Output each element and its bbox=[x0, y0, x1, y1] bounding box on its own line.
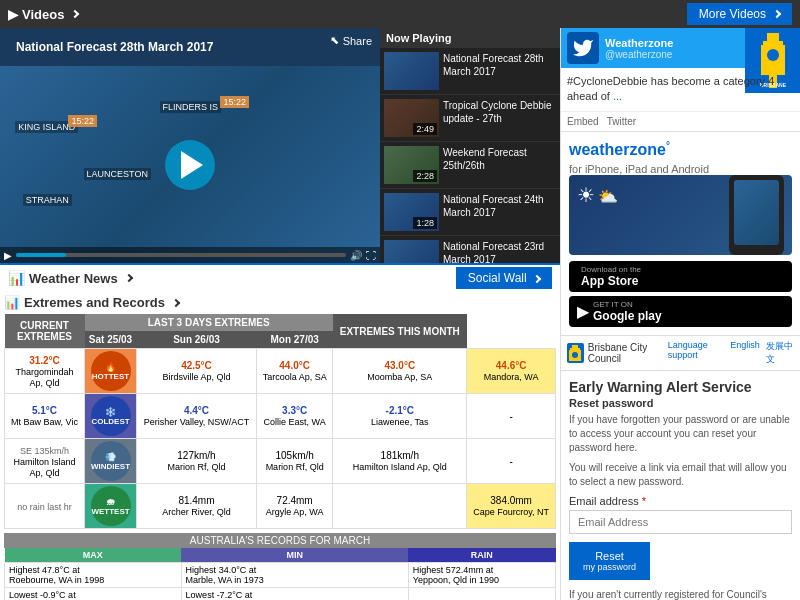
tweet-more[interactable]: ... bbox=[613, 90, 622, 102]
hottest-label: HOTTEST bbox=[92, 372, 129, 381]
wz-degree: ° bbox=[666, 140, 670, 151]
play-button[interactable] bbox=[165, 140, 215, 190]
this-month-header: EXTREMES THIS MONTH bbox=[333, 314, 467, 349]
coldest-mon: -2.1°C Liawenee, Tas bbox=[333, 394, 467, 439]
bcc-logo-icon bbox=[567, 343, 584, 363]
bcc-reset-title: Reset password bbox=[569, 397, 792, 409]
twitter-panel: Weatherzone @weatherzone BRISBA bbox=[561, 28, 800, 132]
sun-icon: ☀ bbox=[577, 184, 595, 206]
playlist-thumb-3: 2:28 bbox=[384, 146, 439, 184]
app-store-button[interactable]: Download on the App Store bbox=[569, 261, 792, 292]
windiest-sun-temp: 105km/h bbox=[275, 450, 313, 461]
share-button[interactable]: ⬉ Share bbox=[330, 34, 372, 47]
windiest-month: - bbox=[467, 439, 556, 484]
bcc-email-label: Email address * bbox=[569, 495, 792, 507]
embed-button[interactable]: Embed bbox=[567, 116, 599, 127]
svg-rect-7 bbox=[572, 345, 578, 348]
bcc-email-input[interactable] bbox=[569, 510, 792, 534]
playlist-info-5: National Forecast 23rd March 2017 bbox=[443, 240, 556, 263]
playlist-duration-3: 2:28 bbox=[413, 170, 437, 182]
playlist-title-1: National Forecast 28th March 2017 bbox=[443, 52, 556, 78]
lang-support-label: Language support bbox=[668, 340, 725, 366]
social-wall-button[interactable]: Social Wall bbox=[456, 267, 552, 289]
twitter-name: Weatherzone bbox=[605, 37, 673, 49]
wettest-sat-loc: Archer River, Qld bbox=[162, 507, 231, 517]
progress-bar[interactable] bbox=[16, 253, 346, 257]
windiest-sat-loc: Marion Rf, Qld bbox=[167, 462, 225, 472]
wettest-sun: 72.4mm Argyle Ap, WA bbox=[256, 484, 332, 529]
playlist-item-3[interactable]: 2:28 Weekend Forecast 25th/26th bbox=[380, 142, 560, 189]
bcc-logo: Brisbane City Council bbox=[567, 342, 668, 364]
weather-news-nav[interactable]: 📊 Weather News bbox=[8, 270, 132, 286]
min-lowest: Lowest -7.2°C at bbox=[186, 590, 404, 600]
flame-icon: 🔥 bbox=[105, 362, 116, 372]
wz-weather-icons: ☀ ⛅ bbox=[577, 183, 618, 207]
video-title: National Forecast 28th March 2017 bbox=[8, 34, 221, 60]
wettest-month-loc: Cape Fourcroy, NT bbox=[473, 507, 549, 517]
playlist-thumb-5: 1:25 bbox=[384, 240, 439, 263]
playlist-item-2[interactable]: 2:49 Tropical Cyclone Debbie update - 27… bbox=[380, 95, 560, 142]
svg-point-3 bbox=[767, 49, 779, 61]
google-play-button[interactable]: ▶ GET IT ON Google play bbox=[569, 296, 792, 327]
windiest-current-temp: SE 135km/h bbox=[20, 446, 69, 456]
playlist-item-5[interactable]: 1:25 National Forecast 23rd March 2017 bbox=[380, 236, 560, 263]
fullscreen-icon[interactable]: ⛶ bbox=[366, 250, 376, 261]
hottest-month: 44.6°C Mandora, WA bbox=[467, 349, 556, 394]
more-videos-button[interactable]: More Videos bbox=[687, 3, 792, 25]
coldest-sun-loc: Collie East, WA bbox=[264, 417, 326, 427]
wettest-current: no rain last hr bbox=[5, 484, 85, 529]
coldest-badge-cell: ❄️ COLDEST bbox=[85, 394, 137, 439]
google-play-text: GET IT ON Google play bbox=[593, 300, 662, 323]
wettest-month: 384.0mm Cape Fourcroy, NT bbox=[467, 484, 556, 529]
wettest-sun-temp: 72.4mm bbox=[277, 495, 313, 506]
coldest-label: COLDEST bbox=[91, 417, 129, 426]
bcc-email-label-text: Email address bbox=[569, 495, 639, 507]
hottest-sat-loc: Birdsville Ap, Qld bbox=[162, 372, 230, 382]
playlist-item-1[interactable]: National Forecast 28th March 2017 bbox=[380, 48, 560, 95]
rain-highest: Highest 572.4mm at bbox=[413, 565, 551, 575]
twitter-header: Weatherzone @weatherzone BRISBA bbox=[561, 28, 800, 68]
twitter-link[interactable]: Twitter bbox=[607, 116, 636, 127]
weather-news-label: Weather News bbox=[29, 271, 118, 286]
windiest-month-value: - bbox=[509, 456, 512, 467]
hottest-mon-loc: Moomba Ap, SA bbox=[367, 372, 432, 382]
records-row-2: Lowest -0.9°C at Mt Wellington, Tas in 1… bbox=[5, 588, 556, 601]
bcc-reset-button[interactable]: Reset my password bbox=[569, 542, 650, 580]
lang-chinese[interactable]: 发展中文 bbox=[766, 340, 794, 366]
coldest-current-temp: 5.1°C bbox=[32, 405, 57, 416]
weatherzone-app-panel: weatherzone° for iPhone, iPad and Androi… bbox=[561, 132, 800, 336]
playlist-thumb-img-5 bbox=[384, 240, 439, 263]
app-store-label: App Store bbox=[581, 274, 641, 288]
wz-logo-row: weatherzone° bbox=[569, 140, 792, 159]
wz-image-area: ☀ ⛅ bbox=[569, 175, 792, 255]
video-player[interactable]: National Forecast 28th March 2017 ⬉ Shar… bbox=[0, 28, 380, 263]
coldest-sat-temp: 4.4°C bbox=[184, 405, 209, 416]
bcc-required-marker: * bbox=[642, 495, 646, 507]
playlist-item-4[interactable]: 1:28 National Forecast 24th March 2017 bbox=[380, 189, 560, 236]
top-bar: ▶ Videos More Videos bbox=[0, 0, 800, 28]
video-map: KING ISLAND FLINDERS IS LAUNCESTON STRAH… bbox=[0, 66, 380, 263]
svg-rect-0 bbox=[767, 33, 779, 41]
play-icon-small[interactable]: ▶ bbox=[4, 250, 12, 261]
coldest-current-loc: Mt Baw Baw, Vic bbox=[11, 417, 78, 427]
playlist-title-3: Weekend Forecast 25th/26th bbox=[443, 146, 556, 172]
more-videos-label: More Videos bbox=[699, 7, 766, 21]
more-videos-chevron-icon bbox=[773, 10, 781, 18]
app-store-text: Download on the App Store bbox=[581, 265, 641, 288]
weather-news-bar: 📊 Weather News Social Wall bbox=[0, 263, 560, 291]
twitter-name-block: Weatherzone @weatherzone bbox=[605, 37, 673, 60]
wind-icon: 💨 bbox=[105, 452, 116, 462]
videos-label: Videos bbox=[22, 7, 64, 22]
max-highest-cell: Highest 47.8°C at Roebourne, WA in 1998 bbox=[5, 563, 182, 588]
hottest-mon-temp: 43.0°C bbox=[384, 360, 415, 371]
min-highest-loc: Marble, WA in 1973 bbox=[186, 575, 404, 585]
volume-icon[interactable]: 🔊 bbox=[350, 250, 362, 261]
map-label-flinders: FLINDERS IS bbox=[160, 101, 222, 113]
coldest-sun: 3.3°C Collie East, WA bbox=[256, 394, 332, 439]
videos-nav[interactable]: ▶ Videos bbox=[8, 7, 78, 22]
playlist-info-4: National Forecast 24th March 2017 bbox=[443, 193, 556, 231]
min-highest-cell: Highest 34.0°C at Marble, WA in 1973 bbox=[181, 563, 408, 588]
last3-header: LAST 3 DAYS EXTREMES bbox=[85, 314, 333, 331]
lang-english[interactable]: English bbox=[730, 340, 760, 366]
bcc-header: Brisbane City Council Language support E… bbox=[561, 336, 800, 371]
